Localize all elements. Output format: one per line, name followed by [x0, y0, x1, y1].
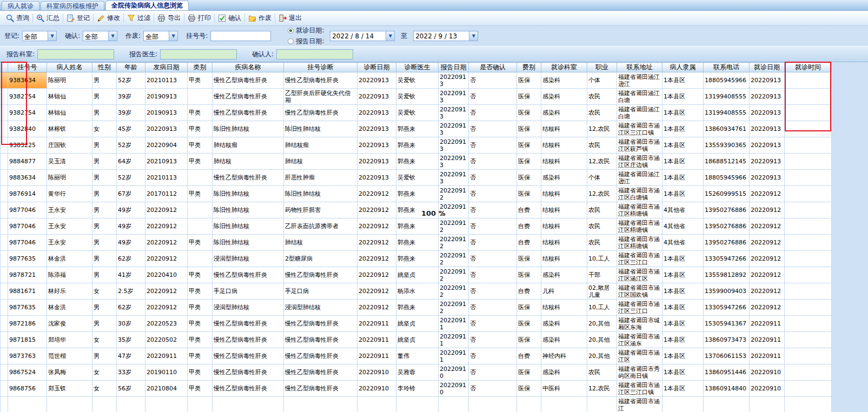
- table-row[interactable]: 9382754林锦仙男39岁20190913慢性乙型病毒性肝炎乙型肝炎后肝硬化失…: [1, 89, 832, 105]
- cell[interactable]: [517, 397, 541, 412]
- cell[interactable]: 农民: [587, 105, 617, 121]
- cell[interactable]: 9881671: [8, 283, 47, 300]
- cell[interactable]: 否: [469, 154, 517, 170]
- cell[interactable]: 20210913: [145, 154, 188, 170]
- cell[interactable]: 医保: [517, 381, 541, 397]
- cell[interactable]: 林锦仙: [47, 89, 92, 105]
- cell[interactable]: 否: [469, 332, 517, 348]
- cell[interactable]: 医保: [517, 137, 541, 154]
- cell[interactable]: 乙肝表面抗原携带者: [284, 218, 357, 235]
- cell[interactable]: 62岁: [117, 251, 145, 267]
- cell[interactable]: 福建省莆田市涵江区庄边镇: [617, 154, 662, 170]
- table-row[interactable]: 9878721陈添福男41岁20220410甲类慢性乙型病毒性肝炎慢性乙型病毒性…: [1, 267, 832, 283]
- cell[interactable]: 林好乐: [47, 283, 92, 300]
- void-select[interactable]: 全部 ▼: [143, 31, 178, 41]
- cell[interactable]: 1本县区: [662, 348, 704, 364]
- cell[interactable]: [284, 397, 357, 412]
- cell[interactable]: 13706061153: [704, 348, 750, 364]
- cell[interactable]: 吴爱钦: [396, 105, 439, 121]
- cell[interactable]: 慢性乙型病毒性肝炎: [213, 89, 284, 105]
- cell[interactable]: 甲类: [188, 235, 213, 251]
- cell[interactable]: 福建省莆田涵江白塘: [617, 89, 662, 105]
- cell[interactable]: 13860914840: [704, 381, 750, 397]
- cell[interactable]: 甲类: [188, 72, 213, 89]
- cell[interactable]: [704, 397, 750, 412]
- cell[interactable]: 49岁: [117, 218, 145, 235]
- cell[interactable]: 12,农民: [587, 186, 617, 202]
- confirm-select[interactable]: 全部 ▼: [83, 31, 117, 41]
- cell[interactable]: [785, 348, 832, 364]
- cell[interactable]: 20220913: [357, 72, 396, 89]
- cell[interactable]: 49岁: [117, 202, 145, 218]
- column-header[interactable]: 性别: [92, 63, 117, 72]
- cell[interactable]: 20220912: [439, 300, 469, 316]
- cell[interactable]: 33岁: [117, 364, 145, 381]
- date-to-picker[interactable]: 2022 / 9 / 13 ▼: [413, 31, 478, 41]
- cell[interactable]: 医保: [517, 170, 541, 186]
- cell[interactable]: 慢性乙型病毒性肝炎: [284, 332, 357, 348]
- cell[interactable]: 18805945966: [704, 170, 750, 186]
- cell[interactable]: [396, 397, 439, 412]
- cell[interactable]: 否: [469, 267, 517, 283]
- cell[interactable]: 陈旧性肺结核: [213, 218, 284, 235]
- cell[interactable]: [785, 218, 832, 235]
- cell[interactable]: 否: [469, 186, 517, 202]
- row-selector[interactable]: [1, 72, 8, 89]
- cell[interactable]: 20220913: [750, 89, 785, 105]
- row-selector[interactable]: [1, 218, 8, 235]
- cell[interactable]: 男: [92, 105, 117, 121]
- cell[interactable]: 9871815: [8, 332, 47, 348]
- cell[interactable]: 郑玉钗: [47, 381, 92, 397]
- cell[interactable]: 20220910: [357, 364, 396, 381]
- cell[interactable]: 20220912: [750, 202, 785, 218]
- cell[interactable]: 9382754: [8, 105, 47, 121]
- cell[interactable]: [145, 397, 188, 412]
- cell[interactable]: 甲类: [188, 348, 213, 364]
- cell[interactable]: 福建省莆田市涵江区梧塘镇: [617, 218, 662, 235]
- cell[interactable]: 否: [469, 348, 517, 364]
- chevron-down-icon[interactable]: ▼: [169, 31, 177, 41]
- cell[interactable]: [785, 137, 832, 154]
- cell[interactable]: 1本县区: [662, 251, 704, 267]
- cell[interactable]: 否: [469, 251, 517, 267]
- table-row[interactable]: 9382754林锦仙男39岁20190913甲类慢性乙型病毒性肝炎慢性乙型病毒性…: [1, 105, 832, 121]
- cell[interactable]: 13950276886: [704, 218, 750, 235]
- cell[interactable]: 20220913: [357, 170, 396, 186]
- table-row[interactable]: 9871815郑培华女35岁20220502甲类慢性乙型病毒性肝炎慢性乙型病毒性…: [1, 332, 832, 348]
- cell[interactable]: 13199408555: [704, 89, 750, 105]
- exit-button[interactable]: 退出: [275, 12, 305, 24]
- cell[interactable]: 20220911: [145, 348, 188, 364]
- cell[interactable]: 医保: [517, 105, 541, 121]
- cell[interactable]: 20220912: [357, 267, 396, 283]
- cell[interactable]: 20,其他: [587, 316, 617, 332]
- table-row[interactable]: 9877046王永安男49岁20220912甲类陈旧性肺结核肺结核2022091…: [1, 235, 832, 251]
- row-selector[interactable]: [1, 235, 8, 251]
- cell[interactable]: 20220913: [439, 105, 469, 121]
- cell[interactable]: 感染科: [541, 72, 587, 89]
- cell[interactable]: 20220912: [145, 235, 188, 251]
- cell[interactable]: 女: [92, 121, 117, 137]
- table-row[interactable]: 福建省莆田市涵江: [1, 397, 832, 412]
- cell[interactable]: 1本县区: [662, 72, 704, 89]
- cell[interactable]: 1本县区: [662, 267, 704, 283]
- cell[interactable]: [47, 397, 92, 412]
- report-date-radio[interactable]: [288, 38, 294, 44]
- cell[interactable]: 20220913: [439, 137, 469, 154]
- cell[interactable]: 20220911: [357, 316, 396, 332]
- cell[interactable]: 52岁: [117, 137, 145, 154]
- cell[interactable]: 医保: [517, 300, 541, 316]
- cell[interactable]: 郭燕来: [396, 251, 439, 267]
- cell[interactable]: 吴爱钦: [396, 170, 439, 186]
- cell[interactable]: 35岁: [117, 332, 145, 348]
- report-doctor-input[interactable]: [160, 49, 237, 59]
- cell[interactable]: 手足口病: [213, 283, 284, 300]
- column-header[interactable]: 费别: [517, 63, 541, 72]
- cell[interactable]: 否: [469, 364, 517, 381]
- cell[interactable]: 吴雅蓉: [396, 364, 439, 381]
- cell[interactable]: 13599009403: [704, 283, 750, 300]
- cell[interactable]: 浸润型肺结核: [213, 300, 284, 316]
- cell[interactable]: 感染科: [541, 332, 587, 348]
- cell[interactable]: 20220912: [357, 235, 396, 251]
- cell[interactable]: 20220913: [357, 89, 396, 105]
- cell[interactable]: 医保: [517, 316, 541, 332]
